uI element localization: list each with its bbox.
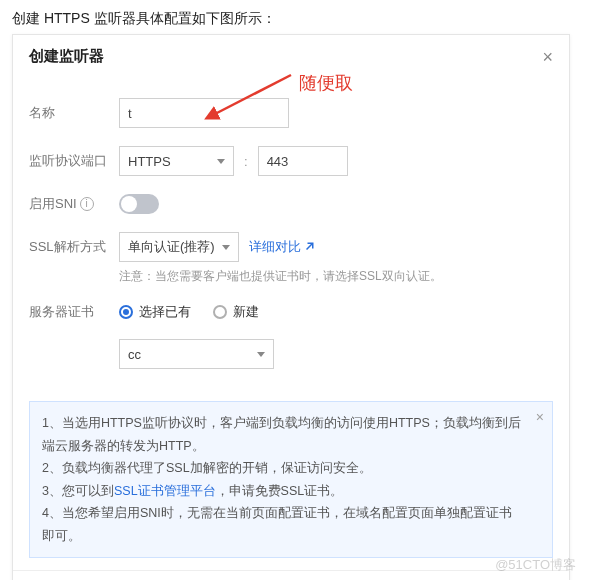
- notice-item-1: 1、当选用HTTPS监听协议时，客户端到负载均衡的访问使用HTTPS；负载均衡到…: [42, 412, 524, 457]
- info-icon[interactable]: i: [80, 197, 94, 211]
- radio-new-cert[interactable]: 新建: [213, 303, 259, 321]
- info-notice: × 1、当选用HTTPS监听协议时，客户端到负载均衡的访问使用HTTPS；负载均…: [29, 401, 553, 558]
- notice-item-3: 3、您可以到SSL证书管理平台，申请免费SSL证书。: [42, 480, 524, 503]
- ssl-platform-link[interactable]: SSL证书管理平台: [114, 484, 216, 498]
- port-separator: :: [244, 154, 248, 169]
- dialog-footer: 关闭 提交: [13, 570, 569, 580]
- notice-item-2: 2、负载均衡器代理了SSL加解密的开销，保证访问安全。: [42, 457, 524, 480]
- ssl-mode-note: 注意：当您需要客户端也提供证书时，请选择SSL双向认证。: [119, 268, 553, 285]
- label-protocol-port: 监听协议端口: [29, 152, 119, 170]
- radio-icon: [119, 305, 133, 319]
- port-input[interactable]: [258, 146, 348, 176]
- chevron-down-icon: [222, 245, 230, 250]
- form-body: 名称 监听协议端口 HTTPS : 启用SNI i: [13, 76, 569, 393]
- label-server-cert: 服务器证书: [29, 303, 119, 321]
- protocol-select-value: HTTPS: [128, 154, 171, 169]
- chevron-down-icon: [257, 352, 265, 357]
- close-notice-icon[interactable]: ×: [536, 410, 544, 424]
- close-icon[interactable]: ×: [542, 48, 553, 66]
- ssl-mode-value: 单向认证(推荐): [128, 238, 215, 256]
- protocol-select[interactable]: HTTPS: [119, 146, 234, 176]
- radio-existing-cert[interactable]: 选择已有: [119, 303, 191, 321]
- ssl-mode-select[interactable]: 单向认证(推荐): [119, 232, 239, 262]
- sni-toggle[interactable]: [119, 194, 159, 214]
- toggle-knob: [121, 196, 137, 212]
- name-input[interactable]: [119, 98, 289, 128]
- compare-link[interactable]: 详细对比: [249, 238, 315, 256]
- dialog-title: 创建监听器: [29, 47, 104, 66]
- cert-select-value: cc: [128, 347, 141, 362]
- label-name: 名称: [29, 104, 119, 122]
- radio-icon: [213, 305, 227, 319]
- external-link-icon: [303, 241, 315, 253]
- page-heading: 创建 HTTPS 监听器具体配置如下图所示：: [0, 0, 590, 34]
- label-ssl-mode: SSL解析方式: [29, 238, 119, 256]
- chevron-down-icon: [217, 159, 225, 164]
- notice-item-4: 4、当您希望启用SNI时，无需在当前页面配置证书，在域名配置页面单独配置证书即可…: [42, 502, 524, 547]
- label-sni: 启用SNI i: [29, 195, 119, 213]
- cert-select[interactable]: cc: [119, 339, 274, 369]
- create-listener-dialog: 随便取 创建监听器 × 名称 监听协议端口 HTTPS : 启用S: [12, 34, 570, 580]
